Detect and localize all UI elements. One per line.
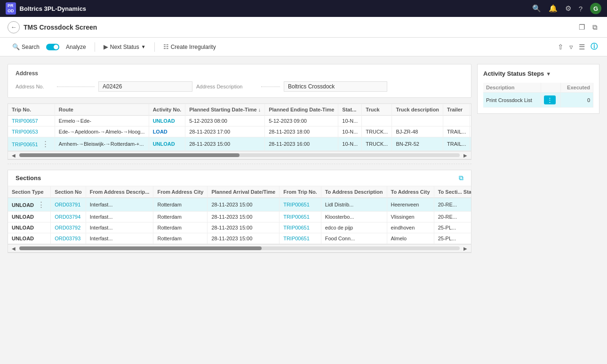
activity-executed-value: 0 bbox=[561, 93, 593, 108]
table-row[interactable]: TRIP00651 ⋮Arnhem-→Bleiswijk-→Rotterdam-… bbox=[8, 137, 471, 151]
section-no-link[interactable]: ORD03791 bbox=[55, 202, 80, 207]
table-row[interactable]: TRIP00657Ermelo→Ede-UNLOAD5-12-2023 08:0… bbox=[8, 116, 471, 127]
scroll-left-arrow[interactable]: ◀ bbox=[12, 153, 16, 158]
top-bar-right: 🔍 🔔 ⚙ ? G bbox=[532, 3, 601, 14]
open-external-icon[interactable]: ❐ bbox=[577, 22, 587, 32]
section-no-link[interactable]: ORD03792 bbox=[55, 225, 80, 230]
info-icon[interactable]: ⓘ bbox=[589, 41, 599, 52]
table-row[interactable]: TRIP00653Ede-→Apeldoorn-→Almelo-→Hoog...… bbox=[8, 127, 471, 137]
section-no-link[interactable]: TRIP00651 bbox=[283, 214, 310, 220]
trip-no-link[interactable]: TRIP00651 bbox=[12, 142, 38, 147]
main-content: Address Address No. A02426 Address Descr… bbox=[0, 56, 607, 261]
sections-scroll-left-arrow[interactable]: ◀ bbox=[12, 246, 16, 251]
next-icon: ▶ bbox=[104, 43, 108, 50]
sub-header: ← TMS Crossdock Screen ❐ ⧉ bbox=[0, 17, 607, 38]
section-no-link[interactable]: TRIP00651 bbox=[283, 236, 310, 241]
section-no-link[interactable]: TRIP00651 bbox=[283, 202, 310, 207]
sections-scroll-right-arrow[interactable]: ▶ bbox=[463, 246, 467, 251]
toolbar-separator-2 bbox=[154, 42, 155, 52]
scroll-right-arrow[interactable]: ▶ bbox=[463, 153, 467, 158]
col-from-addr-city: From Address City bbox=[153, 186, 208, 198]
section-no-link[interactable]: TRIP00651 bbox=[283, 225, 310, 230]
section-cell: Vlissingen bbox=[387, 212, 434, 222]
col-planned-arrival: Planned Arrival Date/Time bbox=[208, 186, 280, 198]
activity-description: Print Crossdock List bbox=[483, 93, 541, 108]
section-cell: 25-PL... bbox=[434, 233, 471, 244]
help-icon[interactable]: ? bbox=[579, 5, 583, 13]
search-icon[interactable]: 🔍 bbox=[532, 4, 541, 13]
trips-table-header: Trip No. Route Activity No. Planned Star… bbox=[8, 104, 471, 116]
table-row[interactable]: UNLOADORD03793Interfast...Rotterdam28-11… bbox=[8, 233, 471, 244]
dotted-separator bbox=[8, 164, 471, 164]
chevron-down-icon[interactable]: ▼ bbox=[546, 71, 551, 77]
context-menu-icon[interactable]: ⋮ bbox=[38, 140, 51, 148]
address-no-value: A02426 bbox=[98, 81, 192, 92]
col-trip-no: Trip No. bbox=[8, 104, 55, 116]
col-truck: Truck bbox=[362, 104, 392, 116]
col-executed-val: Executed bbox=[561, 83, 593, 93]
table-row[interactable]: UNLOADORD03792Interfast...Rotterdam28-11… bbox=[8, 222, 471, 233]
address-no-label: Address No. bbox=[16, 84, 53, 89]
table-row[interactable]: UNLOAD ⋮ORD03791Interfast...Rotterdam28-… bbox=[8, 198, 471, 212]
trip-no-link[interactable]: TRIP00657 bbox=[12, 118, 38, 124]
top-bar-left: PROD Boltrics 3PL-Dynamics bbox=[6, 2, 86, 15]
section-no-link[interactable]: ORD03794 bbox=[55, 214, 80, 220]
analyze-button[interactable]: Analyze bbox=[61, 42, 91, 52]
col-route: Route bbox=[55, 104, 149, 116]
left-column: Address Address No. A02426 Address Descr… bbox=[8, 64, 471, 253]
search-icon: 🔍 bbox=[12, 43, 20, 50]
top-nav-bar: PROD Boltrics 3PL-Dynamics 🔍 🔔 ⚙ ? G bbox=[0, 0, 607, 17]
back-button[interactable]: ← bbox=[8, 21, 20, 33]
address-field-row: Address No. A02426 Address Description B… bbox=[16, 81, 463, 92]
section-cell: Interfast... bbox=[86, 198, 153, 212]
col-section-no: Section No bbox=[51, 186, 86, 198]
col-to-addr-desc: To Address Description bbox=[321, 186, 387, 198]
address-desc-value: Boltrics Crossdock bbox=[284, 81, 387, 92]
activity-context-button[interactable]: ⋮ bbox=[544, 95, 556, 104]
sections-scroll-track[interactable] bbox=[19, 246, 460, 250]
section-cell: Interfast... bbox=[86, 212, 153, 222]
dropdown-chevron-icon[interactable]: ▼ bbox=[141, 44, 146, 49]
field-dots-2 bbox=[261, 87, 280, 87]
sections-export-icon[interactable]: ⧉ bbox=[459, 174, 463, 182]
avatar[interactable]: G bbox=[590, 3, 601, 14]
table-row[interactable]: UNLOADORD03794Interfast...Rotterdam28-11… bbox=[8, 212, 471, 222]
filter-icon[interactable]: ▿ bbox=[567, 42, 575, 52]
toolbar: 🔍 Search Analyze ▶ Next Status ▼ ☷ Creat… bbox=[0, 38, 607, 56]
list-icon[interactable]: ☰ bbox=[577, 42, 587, 52]
section-cell: eindhoven bbox=[387, 222, 434, 233]
collapse-icon[interactable]: ⧉ bbox=[591, 22, 599, 32]
analyze-toggle[interactable] bbox=[46, 44, 59, 50]
bell-icon[interactable]: 🔔 bbox=[549, 4, 558, 13]
context-menu-icon[interactable]: ⋮ bbox=[34, 200, 47, 208]
sections-header: Sections ⧉ bbox=[8, 170, 471, 186]
activity-table-header: Description Executed bbox=[483, 83, 593, 93]
search-button[interactable]: 🔍 Search bbox=[8, 41, 44, 52]
section-no-link[interactable]: ORD03793 bbox=[55, 236, 80, 241]
share-icon[interactable]: ⇧ bbox=[556, 42, 566, 52]
col-from-addr-desc: From Address Descrip... bbox=[86, 186, 153, 198]
trips-table-wrapper[interactable]: Trip No. Route Activity No. Planned Star… bbox=[8, 104, 471, 151]
toggle-knob bbox=[54, 45, 58, 49]
trip-no-link[interactable]: TRIP00653 bbox=[12, 129, 38, 135]
section-cell: edco de pijp bbox=[321, 222, 387, 233]
section-cell: Rotterdam bbox=[153, 233, 208, 244]
settings-icon[interactable]: ⚙ bbox=[565, 4, 571, 13]
address-desc-label: Address Description bbox=[196, 84, 257, 89]
col-to-addr-city: To Address City bbox=[387, 186, 434, 198]
section-cell: Lidl Distrib... bbox=[321, 198, 387, 212]
col-stat: Stat... bbox=[338, 104, 362, 116]
section-cell: Interfast... bbox=[86, 233, 153, 244]
activity-panel: Activity Status Steps ▼ Description Exec… bbox=[477, 64, 599, 114]
section-type-label: UNLOAD bbox=[12, 202, 34, 208]
next-status-button[interactable]: ▶ Next Status ▼ bbox=[99, 41, 151, 52]
sections-table-wrapper[interactable]: Section Type Section No From Address Des… bbox=[8, 186, 471, 244]
trips-table: Trip No. Route Activity No. Planned Star… bbox=[8, 104, 471, 151]
section-type-label: UNLOAD bbox=[12, 236, 34, 241]
section-cell: Interfast... bbox=[86, 222, 153, 233]
trips-scroll-track[interactable] bbox=[19, 153, 460, 157]
activity-row[interactable]: Print Crossdock List⋮0 bbox=[483, 93, 593, 108]
sections-table-header: Section Type Section No From Address Des… bbox=[8, 186, 471, 198]
create-irregularity-button[interactable]: ☷ Create Irregularity bbox=[159, 41, 221, 52]
col-planned-start: Planned Starting Date-Time ↓ bbox=[185, 104, 265, 116]
